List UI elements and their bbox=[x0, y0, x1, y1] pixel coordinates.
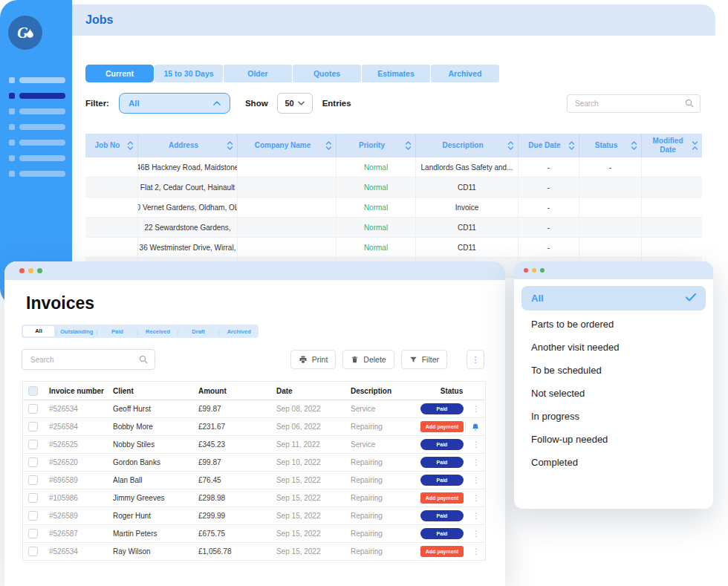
tab-15-to-30-days[interactable]: 15 to 30 Days bbox=[155, 65, 223, 82]
row-checkbox[interactable] bbox=[28, 475, 38, 485]
invoice-row[interactable]: #526534Ray Wilson£1,056.78Sep 15, 2022Re… bbox=[23, 543, 485, 561]
column-header-company-name[interactable]: Company Name bbox=[238, 134, 337, 157]
paid-status-badge[interactable]: Paid bbox=[420, 403, 464, 414]
row-checkbox[interactable] bbox=[28, 440, 38, 449]
sidebar-item-4[interactable] bbox=[0, 124, 72, 130]
sidebar-item-6[interactable] bbox=[0, 155, 72, 161]
delete-button[interactable]: Delete bbox=[342, 350, 394, 369]
maximize-traffic-light-icon[interactable] bbox=[540, 268, 545, 273]
row-more-options-icon[interactable]: ⋮ bbox=[472, 440, 480, 449]
row-more-options-icon[interactable]: ⋮ bbox=[472, 476, 480, 484]
filter-button[interactable]: Filter bbox=[401, 350, 447, 369]
row-more-options-icon[interactable]: ⋮ bbox=[472, 530, 480, 538]
sidebar-item-1[interactable] bbox=[0, 77, 72, 83]
dropdown-option-completed[interactable]: Completed bbox=[521, 451, 706, 474]
dropdown-option-another-visit-needed[interactable]: Another visit needed bbox=[521, 336, 706, 359]
table-row[interactable]: Flat 2, Cedar Court, HainaultNormalCD11- bbox=[85, 178, 702, 198]
sort-icon[interactable] bbox=[227, 141, 233, 151]
add-payment-button[interactable]: Add payment bbox=[420, 546, 464, 557]
minimize-traffic-light-icon[interactable] bbox=[28, 268, 33, 273]
dropdown-option-parts-to-be-ordered[interactable]: Parts to be ordered bbox=[521, 313, 706, 336]
invoice-row[interactable]: #696589Alan Ball£76.45Sep 15, 2022Repair… bbox=[23, 472, 485, 489]
sort-icon[interactable] bbox=[631, 141, 637, 151]
sort-icon[interactable] bbox=[507, 141, 514, 151]
column-header-job-no[interactable]: Job No bbox=[85, 134, 138, 157]
invoices-tab-draft[interactable]: Draft bbox=[179, 328, 218, 335]
jobs-search-input[interactable] bbox=[573, 99, 685, 108]
dropdown-option-all[interactable]: All bbox=[521, 286, 706, 310]
sidebar-item-2[interactable] bbox=[0, 93, 72, 99]
more-options-button[interactable]: ⋮ bbox=[467, 350, 484, 369]
notification-bell-icon[interactable] bbox=[471, 423, 480, 432]
invoices-tab-archived[interactable]: Archived bbox=[219, 328, 259, 335]
filter-dropdown[interactable]: All bbox=[119, 93, 230, 114]
column-header-priority[interactable]: Priority bbox=[337, 134, 416, 157]
row-checkbox[interactable] bbox=[28, 422, 38, 432]
minimize-traffic-light-icon[interactable] bbox=[532, 268, 536, 273]
table-row[interactable]: 22 Sewardstone Gardens,NormalCD11- bbox=[85, 218, 702, 238]
paid-status-badge[interactable]: Paid bbox=[420, 439, 464, 450]
dropdown-option-in-progress[interactable]: In progress bbox=[521, 405, 706, 428]
table-row[interactable]: 46B Hackney Road, MaidstoneNormalLandlor… bbox=[85, 157, 702, 178]
row-checkbox[interactable] bbox=[28, 529, 38, 538]
paid-status-badge[interactable]: Paid bbox=[420, 510, 464, 521]
collapse-sort-icon[interactable] bbox=[692, 141, 698, 151]
row-more-options-icon[interactable]: ⋮ bbox=[472, 494, 480, 502]
tab-current[interactable]: Current bbox=[85, 65, 154, 82]
invoices-tab-all[interactable]: All bbox=[23, 326, 54, 336]
sort-icon[interactable] bbox=[127, 141, 134, 151]
invoice-row[interactable]: #526534Geoff Hurst£99.87Sep 08, 2022Serv… bbox=[23, 400, 485, 418]
entries-select[interactable]: 50 bbox=[277, 93, 313, 114]
invoices-search-input[interactable] bbox=[29, 355, 139, 365]
add-payment-button[interactable]: Add payment bbox=[420, 421, 464, 432]
table-row[interactable]: 10 Vernet Gardens, Oldham, OL9NormalInvo… bbox=[85, 198, 702, 218]
close-traffic-light-icon[interactable] bbox=[19, 268, 25, 273]
column-header-modified-date[interactable]: Modified Date bbox=[642, 134, 702, 157]
add-payment-button[interactable]: Add payment bbox=[420, 492, 464, 504]
row-more-options-icon[interactable]: ⋮ bbox=[472, 547, 480, 556]
row-checkbox[interactable] bbox=[28, 458, 38, 467]
invoices-tab-outstanding[interactable]: Outstanding bbox=[57, 328, 97, 335]
invoices-tab-received[interactable]: Received bbox=[138, 328, 178, 335]
invoice-row[interactable]: #256584Bobby More£231.67Sep 06, 2022Repa… bbox=[23, 418, 485, 436]
row-checkbox[interactable] bbox=[28, 404, 38, 414]
paid-status-badge[interactable]: Paid bbox=[420, 475, 464, 486]
column-header-address[interactable]: Address bbox=[138, 134, 238, 157]
tab-quotes[interactable]: Quotes bbox=[293, 65, 361, 82]
invoice-row[interactable]: #526589Roger Hunt£299.99Sep 15, 2022Repa… bbox=[23, 507, 485, 525]
select-all-checkbox[interactable] bbox=[28, 386, 38, 396]
tab-older[interactable]: Older bbox=[224, 65, 292, 82]
paid-status-badge[interactable]: Paid bbox=[420, 457, 464, 468]
dropdown-option-follow-up-needed[interactable]: Follow-up needed bbox=[521, 428, 706, 451]
sidebar-item-3[interactable] bbox=[0, 108, 72, 114]
invoice-row[interactable]: #105986Jimmy Greeves£298.98Sep 15, 2022R… bbox=[23, 489, 485, 507]
tab-estimates[interactable]: Estimates bbox=[362, 65, 430, 82]
row-more-options-icon[interactable]: ⋮ bbox=[472, 512, 480, 520]
invoice-row[interactable]: #526520Gordon Banks£99.87Sep 10, 2022Rep… bbox=[23, 454, 485, 472]
row-more-options-icon[interactable]: ⋮ bbox=[472, 458, 480, 466]
column-header-status[interactable]: Status bbox=[579, 134, 642, 157]
sort-icon[interactable] bbox=[405, 141, 412, 151]
sort-icon[interactable] bbox=[568, 141, 575, 151]
sidebar-item-7[interactable] bbox=[0, 171, 72, 177]
sort-icon[interactable] bbox=[325, 141, 332, 151]
invoice-row[interactable]: #526525Nobby Stiles£345.23Sep 11, 2022Se… bbox=[23, 436, 485, 454]
sidebar-item-5[interactable] bbox=[0, 140, 72, 146]
print-button[interactable]: Print bbox=[290, 350, 337, 369]
maximize-traffic-light-icon[interactable] bbox=[37, 268, 42, 273]
invoices-tab-paid[interactable]: Paid bbox=[98, 328, 137, 335]
row-checkbox[interactable] bbox=[28, 511, 38, 521]
app-logo[interactable]: G bbox=[8, 16, 42, 50]
column-header-due-date[interactable]: Due Date bbox=[519, 134, 579, 157]
dropdown-option-not-selected[interactable]: Not selected bbox=[521, 382, 706, 405]
column-header-description[interactable]: Description bbox=[416, 134, 519, 157]
tab-archived[interactable]: Archived bbox=[431, 65, 499, 82]
row-checkbox[interactable] bbox=[28, 493, 38, 503]
row-more-options-icon[interactable]: ⋮ bbox=[472, 405, 480, 413]
paid-status-badge[interactable]: Paid bbox=[420, 528, 464, 539]
dropdown-option-to-be-scheduled[interactable]: To be scheduled bbox=[521, 359, 706, 382]
table-row[interactable]: 36 Westminster Drive, Wirral,NormalCD11- bbox=[85, 238, 702, 258]
invoice-row[interactable]: #526587Martin Peters£675.75Sep 15, 2022R… bbox=[23, 525, 485, 543]
close-traffic-light-icon[interactable] bbox=[524, 268, 528, 273]
row-checkbox[interactable] bbox=[28, 547, 38, 556]
